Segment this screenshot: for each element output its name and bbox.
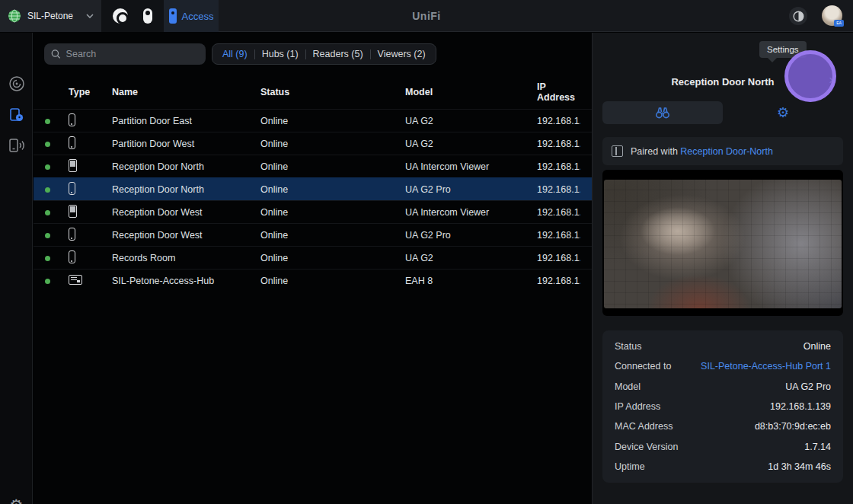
header-status: Status: [260, 87, 405, 97]
table-row[interactable]: Records RoomOnlineUA G2192.168.1.44: [34, 246, 592, 269]
table-header: Type Name Status Model IP Address: [34, 75, 592, 109]
device-detail-panel: Reception Door North × ⚙ Paired with Rec…: [592, 33, 853, 504]
avatar[interactable]: EA: [822, 5, 842, 26]
filter-tab[interactable]: Viewers (2): [371, 49, 433, 59]
camera-snapshot[interactable]: [602, 170, 843, 316]
search-box[interactable]: [44, 43, 206, 65]
status-dot: [45, 276, 69, 286]
table-row[interactable]: SIL-Petone-Access-HubOnlineEAH 8192.168.…: [34, 269, 592, 292]
tab-access[interactable]: Access: [164, 0, 219, 32]
cell-ip: 192.168.1.140: [537, 207, 580, 218]
cell-name: Partition Door West: [112, 139, 260, 149]
click-indicator: [784, 50, 836, 102]
sidebar-item-insights[interactable]: [0, 75, 33, 93]
cell-name: Reception Door North: [112, 184, 260, 195]
table-row[interactable]: Partition Door EastOnlineUA G2192.168.1.…: [34, 109, 592, 132]
tab-settings[interactable]: ⚙: [723, 101, 843, 124]
cell-status: Online: [260, 139, 405, 149]
cell-model: UA G2 Pro: [405, 230, 537, 241]
detail-label: Uptime: [615, 461, 645, 472]
detail-row: IP Address192.168.1.139: [615, 397, 831, 416]
cell-ip: 192.168.1.139: [537, 184, 580, 195]
device-type-icon: [69, 136, 112, 152]
cell-ip: 192.168.1.31: [537, 161, 580, 172]
table-row[interactable]: Reception Door NorthOnlineUA G2 Pro192.1…: [34, 177, 592, 200]
device-type-icon: [69, 275, 112, 287]
device-type-icon: [69, 250, 112, 266]
protect-app-icon[interactable]: [113, 8, 128, 24]
search-input[interactable]: [66, 49, 199, 59]
filter-tab[interactable]: Readers (5): [306, 49, 370, 59]
access-tab-label: Access: [182, 11, 214, 22]
table-row[interactable]: Partition Door WestOnlineUA G2192.168.1.…: [34, 132, 592, 155]
cell-model: UA G2 Pro: [405, 184, 537, 195]
detail-value: d8:b3:70:9d:ec:eb: [755, 421, 831, 432]
detail-value: 192.168.1.139: [770, 401, 831, 412]
cell-model: UA G2: [405, 116, 537, 126]
top-bar: SIL-Petone Access UniFi EA: [0, 0, 853, 32]
header-type: Type: [69, 87, 112, 97]
cell-status: Online: [260, 230, 405, 241]
detail-value: 1d 3h 34m 46s: [768, 461, 831, 472]
status-dot: [45, 161, 69, 172]
cell-status: Online: [260, 276, 405, 286]
filter-tab[interactable]: All (9): [216, 49, 254, 59]
device-type-icon: [69, 159, 112, 174]
filter-tabs: All (9)Hubs (1)Readers (5)Viewers (2): [212, 43, 436, 65]
contrast-icon: [793, 11, 804, 22]
cell-status: Online: [260, 253, 405, 263]
cell-ip: 192.168.1.56: [537, 276, 580, 286]
status-dot: [45, 116, 69, 126]
table-row[interactable]: Reception Door WestOnlineUA G2 Pro192.16…: [34, 223, 592, 246]
doorbell-app-icon[interactable]: [143, 8, 152, 24]
binoculars-icon: [655, 106, 670, 120]
detail-row: StatusOnline: [615, 337, 831, 356]
status-dot: [45, 253, 69, 263]
cell-ip: 192.168.1.236: [537, 139, 580, 149]
cell-model: EAH 8: [405, 276, 537, 286]
table-row[interactable]: Reception Door WestOnlineUA Intercom Vie…: [34, 200, 592, 223]
filter-tab[interactable]: Hubs (1): [255, 49, 305, 59]
theme-toggle-button[interactable]: [789, 7, 807, 25]
cell-model: UA G2: [405, 139, 537, 149]
device-signal-icon: [7, 136, 27, 155]
paired-device-link[interactable]: Reception Door-North: [680, 146, 773, 157]
paired-with-bar: Paired with Reception Door-North: [602, 137, 843, 165]
paired-text: Paired with Reception Door-North: [631, 146, 773, 157]
site-switcher[interactable]: SIL-Petone: [0, 0, 101, 32]
cell-status: Online: [260, 161, 405, 172]
left-sidebar: ⚙: [0, 33, 33, 504]
cell-status: Online: [260, 207, 405, 218]
status-dot: [45, 207, 69, 218]
access-app-icon: [169, 8, 177, 24]
cell-name: SIL-Petone-Access-Hub: [112, 276, 260, 286]
devices-table: Type Name Status Model IP Address Partit…: [34, 75, 592, 292]
cell-status: Online: [260, 116, 405, 126]
paired-door-icon: [612, 145, 623, 157]
sidebar-item-settings[interactable]: ⚙: [0, 497, 33, 504]
cell-name: Reception Door West: [112, 207, 260, 218]
sidebar-item-doors[interactable]: [0, 106, 33, 124]
tab-overview[interactable]: [602, 101, 723, 124]
cell-name: Reception Door North: [112, 161, 260, 172]
gear-icon: ⚙: [777, 106, 789, 120]
table-row[interactable]: Reception Door NorthOnlineUA Intercom Vi…: [34, 155, 592, 177]
detail-value[interactable]: SIL-Petone-Access-Hub Port 1: [701, 361, 831, 372]
detail-row: Device Version1.7.14: [615, 436, 831, 456]
device-details-card: StatusOnlineConnected toSIL-Petone-Acces…: [602, 330, 843, 483]
cell-name: Records Room: [112, 253, 260, 263]
sidebar-item-devices[interactable]: [0, 136, 33, 155]
header-name: Name: [112, 87, 260, 97]
detail-label: Model: [615, 381, 641, 392]
search-icon: [51, 49, 61, 59]
cell-name: Reception Door West: [112, 230, 260, 241]
header-ip: IP Address: [537, 81, 580, 103]
status-dot: [45, 230, 69, 241]
panel-tabs: ⚙: [602, 101, 843, 124]
avatar-badge: EA: [834, 20, 844, 27]
detail-label: IP Address: [615, 401, 660, 412]
cell-ip: 192.168.1.32: [537, 116, 580, 126]
gear-icon: ⚙: [10, 497, 24, 504]
detail-label: Device Version: [615, 442, 678, 452]
detail-row: Uptime1d 3h 34m 46s: [615, 457, 831, 477]
